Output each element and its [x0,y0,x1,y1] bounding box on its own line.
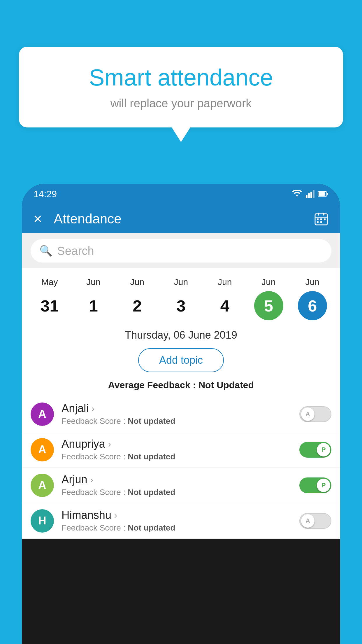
student-feedback: Feedback Score : Not updated [61,416,292,426]
svg-rect-14 [317,221,319,223]
app-bar: × Attendance [22,204,340,233]
calendar-date[interactable]: 3 [166,291,196,320]
calendar-day[interactable]: Jun1 [79,277,108,320]
calendar-date[interactable]: 6 [298,291,327,320]
phone-screen: 🔍 Search May31Jun1Jun2Jun3Jun4Jun5Jun6 T… [22,233,340,539]
search-bar[interactable]: 🔍 Search [31,239,331,262]
status-time: 14:29 [34,189,57,200]
calendar-month-label: May [41,277,58,287]
svg-rect-6 [327,193,328,195]
bubble-subtitle: will replace your paperwork [42,97,320,110]
svg-rect-3 [313,190,314,198]
app-title: Attendance [54,211,314,227]
calendar-month-label: Jun [305,277,319,287]
calendar-day[interactable]: Jun5 [254,277,283,320]
search-placeholder: Search [57,244,94,258]
status-bar: 14:29 [22,184,340,204]
student-item[interactable]: AAnjali ›Feedback Score : Not updatedA [22,396,340,432]
student-info: Anjali ›Feedback Score : Not updated [61,402,292,426]
student-name: Anjali › [61,402,292,415]
toggle-thumb: A [301,514,314,528]
attendance-toggle[interactable]: A [299,406,331,422]
calendar-date[interactable]: 5 [254,291,283,320]
svg-rect-1 [308,193,310,198]
calendar-date[interactable]: 4 [210,291,239,320]
svg-rect-0 [306,195,307,198]
calendar-date[interactable]: 2 [123,291,152,320]
student-name: Arjun › [61,473,292,486]
attendance-toggle[interactable]: P [299,477,331,493]
chevron-icon: › [90,475,93,485]
student-list: AAnjali ›Feedback Score : Not updatedAAA… [22,396,340,539]
calendar-day[interactable]: Jun4 [210,277,239,320]
student-feedback: Feedback Score : Not updated [61,452,292,461]
search-icon: 🔍 [39,245,52,257]
avatar: H [31,509,54,533]
toggle-track: A [299,513,331,529]
svg-rect-8 [315,217,327,218]
signal-icon [306,190,314,198]
svg-rect-11 [317,218,319,220]
avg-feedback: Average Feedback : Not Updated [22,378,340,396]
toggle-thumb: P [317,479,330,492]
status-icons [292,190,328,198]
bubble-title: Smart attendance [42,64,320,91]
calendar-strip: May31Jun1Jun2Jun3Jun4Jun5Jun6 [22,268,340,323]
calendar-day[interactable]: Jun2 [123,277,152,320]
svg-rect-15 [320,221,322,223]
calendar-date[interactable]: 1 [79,291,108,320]
svg-rect-9 [318,213,319,216]
toggle-track: P [299,442,331,458]
calendar-day[interactable]: Jun6 [298,277,327,320]
add-topic-container: Add topic [22,345,340,378]
speech-bubble-container: Smart attendance will replace your paper… [19,47,343,127]
toggle-track: A [299,406,331,422]
calendar-month-label: Jun [174,277,188,287]
toggle-thumb: A [301,407,314,421]
student-info: Arjun ›Feedback Score : Not updated [61,473,292,497]
attendance-toggle[interactable]: A [299,513,331,529]
battery-icon [318,191,328,197]
close-button[interactable]: × [34,210,42,227]
add-topic-button[interactable]: Add topic [138,348,224,372]
avatar: A [31,474,54,497]
svg-rect-10 [323,213,324,216]
svg-rect-5 [319,192,325,196]
student-name: Himanshu › [61,509,292,522]
student-item[interactable]: HHimanshu ›Feedback Score : Not updatedA [22,503,340,539]
student-item[interactable]: AAnupriya ›Feedback Score : Not updatedP [22,432,340,468]
selected-date: Thursday, 06 June 2019 [22,323,340,345]
attendance-toggle[interactable]: P [299,442,331,458]
wifi-icon [292,190,302,198]
avatar: A [31,438,54,461]
calendar-month-label: Jun [218,277,232,287]
calendar-day[interactable]: May31 [35,277,64,320]
calendar-month-label: Jun [261,277,275,287]
search-container: 🔍 Search [22,233,340,268]
student-feedback: Feedback Score : Not updated [61,523,292,533]
svg-rect-12 [320,218,322,220]
speech-bubble: Smart attendance will replace your paper… [19,47,343,127]
chevron-icon: › [114,510,117,520]
calendar-date[interactable]: 31 [35,291,64,320]
student-item[interactable]: AArjun ›Feedback Score : Not updatedP [22,468,340,503]
toggle-thumb: P [317,443,330,456]
chevron-icon: › [108,439,111,449]
student-info: Himanshu ›Feedback Score : Not updated [61,509,292,533]
svg-rect-2 [310,192,312,198]
phone-frame: 14:29 × At [22,184,340,644]
student-feedback: Feedback Score : Not updated [61,488,292,497]
calendar-icon[interactable] [314,211,328,226]
svg-rect-13 [324,218,326,220]
calendar-month-label: Jun [130,277,144,287]
calendar-day[interactable]: Jun3 [166,277,196,320]
student-info: Anupriya ›Feedback Score : Not updated [61,438,292,461]
toggle-track: P [299,477,331,493]
chevron-icon: › [92,404,94,414]
avatar: A [31,402,54,426]
student-name: Anupriya › [61,438,292,450]
calendar-month-label: Jun [86,277,100,287]
